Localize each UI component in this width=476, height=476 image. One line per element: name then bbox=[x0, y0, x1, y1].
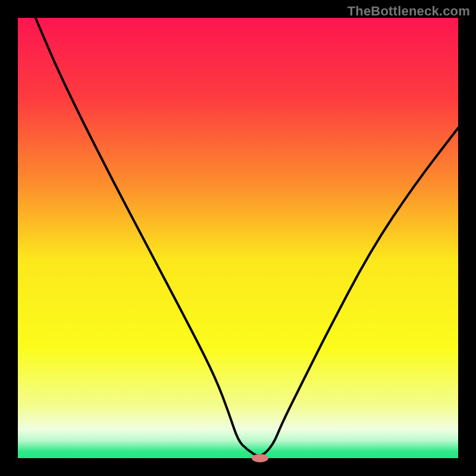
bottleneck-chart bbox=[0, 0, 476, 476]
chart-container: TheBottleneck.com bbox=[0, 0, 476, 476]
attribution-label: TheBottleneck.com bbox=[347, 4, 470, 19]
plot-background bbox=[18, 18, 458, 458]
optimal-point-marker bbox=[252, 454, 268, 462]
